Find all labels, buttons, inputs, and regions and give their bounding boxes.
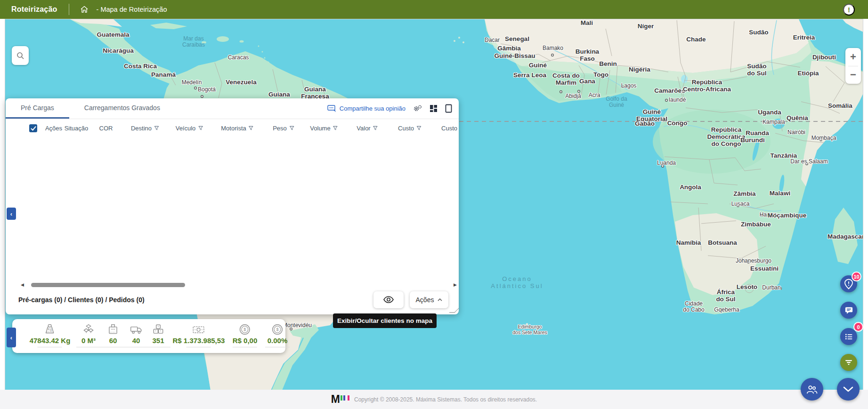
logo-bar-pink [348,395,349,401]
statsbar-collapse-button[interactable]: ‹ [7,328,16,347]
chat-button[interactable] [840,302,857,319]
column-header[interactable]: Custo [398,125,422,132]
stat-underline [187,347,211,347]
search-icon [16,52,24,60]
scroll-right-arrow[interactable]: ▶ [452,281,459,289]
column-label: Veículo [176,125,196,132]
horizontal-scrollbar: ◀ ▶ [6,281,459,289]
app-title: Roteirização [11,5,57,14]
column-header[interactable]: Peso [273,125,294,132]
dashboard-grid-icon [430,104,438,112]
column-label: Situação [65,125,89,132]
panel-tab[interactable]: Pré Cargas [6,98,69,119]
filter-funnel-icon[interactable] [416,126,422,131]
filter-funnel-icon[interactable] [198,126,203,131]
zoom-out-button[interactable]: − [845,66,861,84]
alert-icon: ! [848,6,850,14]
toggle-clients-button[interactable] [373,291,404,308]
stat-item: 351 [146,323,170,347]
column-header[interactable]: Valor [357,125,378,132]
filter-funnel-icon[interactable] [249,126,254,131]
stat-value: 0 M³ [81,337,96,345]
select-all-checkbox[interactable] [29,124,37,132]
chevron-down-icon [843,386,853,392]
expand-button[interactable] [837,378,860,401]
totals-statsbar: 47843.42 Kg 0 M³ 60 40 351 R$ 1.373.985,… [12,319,285,353]
stat-item: 0 M³ [76,323,101,347]
filter-funnel-icon[interactable] [154,126,159,131]
clients-button[interactable] [801,378,823,401]
column-header[interactable]: Situação [65,125,89,132]
map-search-button[interactable] [12,46,29,65]
stat-value: 60 [109,337,117,345]
actions-menu-button[interactable]: Ações [410,291,448,308]
stat-icon [43,323,57,336]
stat-underline [101,347,125,347]
feedback-link[interactable]: Compartilhe sua opinião [327,105,406,112]
feedback-label: Compartilhe sua opinião [340,105,406,112]
stat-underline [38,347,62,347]
scrollbar-track[interactable] [26,283,449,287]
column-label: Ações [45,125,62,132]
filter-funnel-icon[interactable] [333,126,338,131]
chat-icon [844,305,854,315]
stat-icon [152,323,165,336]
panel-tab[interactable]: Carregamentos Gravados [69,98,175,119]
stat-underline [265,347,290,347]
zoom-in-button[interactable]: + [845,48,861,66]
stat-icon [192,323,205,336]
column-header[interactable]: Destino [131,125,159,132]
stat-underline [146,347,170,347]
filter-button[interactable] [840,354,857,371]
stat-value: 40 [132,337,140,345]
table-body-empty [6,138,459,274]
column-label: Destino [131,125,152,132]
column-label: Motorista [221,125,246,132]
maxima-logo: M [331,394,349,404]
window-button[interactable] [445,104,452,113]
panel-toolbar: Compartilhe sua opinião [327,98,452,119]
column-header[interactable]: COR [99,125,113,132]
people-icon [806,384,818,394]
stat-item: R$ 0,00 [233,323,258,347]
column-label: Custo [398,125,414,132]
stat-icon [271,323,284,336]
home-icon[interactable] [80,5,89,14]
column-header[interactable]: Custo [441,125,459,132]
stat-underline [76,347,101,347]
stat-item: R$ 1.373.985,53 [173,323,225,347]
logo-bar-green [341,395,342,401]
column-header[interactable]: Ações [45,125,62,132]
maxima-logo-letter: M [331,394,340,404]
copyright-text: Copyright © 2008-2025. Máxima Sistemas. … [354,396,537,403]
scrollbar-thumb[interactable] [31,283,185,287]
pin-alert-icon [844,279,853,289]
alert-button[interactable]: ! [843,4,855,16]
column-label: Custo [441,125,457,132]
map-zoom-control: + − [845,48,861,84]
pin-badge: 10 [852,272,861,281]
filter-funnel-icon[interactable] [289,126,294,131]
layout-grid-button[interactable] [430,104,438,112]
column-header[interactable]: Volume [310,125,338,132]
clients-tooltip: Exibir/Ocultar clientes no mapa [333,313,437,328]
breadcrumb: - Mapa de Roteirização [97,6,167,13]
gears-icon [413,104,422,113]
panel-collapse-button[interactable]: ‹ [7,208,16,220]
eye-icon [383,296,394,303]
page-footer: M Copyright © 2008-2025. Máxima Sistemas… [0,390,868,409]
filter-funnel-icon[interactable] [373,126,378,131]
precargas-panel: Pré CargasCarregamentos Gravados Compart… [6,98,459,314]
settings-button[interactable] [413,104,422,113]
stat-item: 60 [101,323,125,347]
stat-icon [106,323,120,336]
stat-value: 0.00% [268,337,288,345]
scroll-left-arrow[interactable]: ◀ [19,281,26,289]
column-header[interactable]: Motorista [221,125,253,132]
stat-underline [233,347,257,347]
stat-underline [124,347,148,347]
stat-icon [82,323,95,336]
window-icon [445,104,452,113]
column-header[interactable]: Veículo [176,125,203,132]
table-header: Ações Situação COR Destino Veículo Motor… [6,119,459,138]
